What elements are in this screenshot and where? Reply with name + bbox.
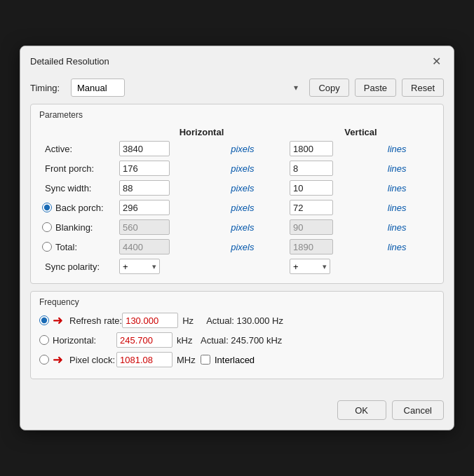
h-sync-polarity-select[interactable]: +- xyxy=(119,259,160,274)
col-label-header xyxy=(39,125,116,139)
frequency-section: Frequency ➜Refresh rate:HzActual: 130.00… xyxy=(30,291,444,379)
interlaced-checkbox[interactable] xyxy=(201,355,210,365)
h-input[interactable] xyxy=(119,200,170,215)
freq-input[interactable] xyxy=(116,332,172,348)
v-unit: lines xyxy=(385,183,407,193)
parameters-title: Parameters xyxy=(39,110,435,120)
param-label: Active: xyxy=(39,139,116,158)
freq-actual: Actual: 130.000 Hz xyxy=(206,315,283,326)
frequency-rows: ➜Refresh rate:HzActual: 130.000 HzHorizo… xyxy=(39,313,435,367)
h-unit: pixels xyxy=(228,183,254,193)
param-row-label: Total: xyxy=(55,242,77,252)
ok-button[interactable]: OK xyxy=(337,400,386,420)
v-unit: lines xyxy=(385,144,407,154)
dialog-footer: OK Cancel xyxy=(20,396,454,430)
v-input[interactable] xyxy=(290,200,333,215)
param-row: Back porch:pixelslines xyxy=(39,198,435,217)
freq-row: Horizontal:kHzActual: 245.700 kHz xyxy=(39,332,435,348)
h-input xyxy=(119,219,170,235)
h-input[interactable] xyxy=(119,180,170,196)
v-sync-polarity-select[interactable]: +- xyxy=(290,259,330,274)
frequency-title: Frequency xyxy=(39,297,435,307)
freq-unit: Hz xyxy=(182,315,206,326)
h-input xyxy=(119,239,170,254)
param-radio[interactable] xyxy=(42,222,52,232)
h-unit: pixels xyxy=(228,163,254,174)
v-input xyxy=(290,219,333,235)
param-label: Sync width: xyxy=(39,178,116,198)
h-input[interactable] xyxy=(119,141,170,156)
freq-row-label: Horizontal: xyxy=(53,335,96,346)
copy-button[interactable]: Copy xyxy=(309,79,348,97)
timing-row: Timing: Manual Auto GTF CVT Copy Paste R… xyxy=(30,79,444,97)
param-row: Sync width:pixelslines xyxy=(39,178,435,198)
timing-select-wrapper: Manual Auto GTF CVT xyxy=(71,79,304,97)
freq-radio[interactable] xyxy=(39,315,49,325)
freq-input[interactable] xyxy=(116,352,172,367)
param-label: Total: xyxy=(39,237,116,257)
close-button[interactable]: ✕ xyxy=(428,53,444,69)
param-row: Active:pixelslines xyxy=(39,139,435,158)
param-label: Back porch: xyxy=(39,198,116,217)
dialog-window: Detailed Resolution ✕ Timing: Manual Aut… xyxy=(20,46,454,430)
param-radio[interactable] xyxy=(42,203,52,212)
freq-row-label: Pixel clock: xyxy=(69,355,115,365)
v-unit: lines xyxy=(385,222,407,233)
arrow-icon: ➜ xyxy=(53,352,63,367)
col-horizontal-header: Horizontal xyxy=(116,125,287,139)
sync-polarity-row: Sync polarity:+-+- xyxy=(39,257,435,276)
parameters-table: Horizontal Vertical Active:pixelslinesFr… xyxy=(39,125,435,276)
param-row-label: Blanking: xyxy=(55,222,93,233)
h-input[interactable] xyxy=(119,161,170,176)
param-row-label: Front porch: xyxy=(42,163,94,174)
v-input[interactable] xyxy=(290,161,333,176)
timing-label: Timing: xyxy=(30,83,65,93)
freq-radio[interactable] xyxy=(39,335,49,345)
arrow-icon: ➜ xyxy=(53,313,63,328)
cancel-button[interactable]: Cancel xyxy=(392,400,444,420)
h-unit: pixels xyxy=(228,222,254,233)
interlaced-row: Interlaced xyxy=(201,355,255,365)
v-unit: lines xyxy=(385,163,407,174)
freq-input[interactable] xyxy=(122,313,178,328)
param-radio[interactable] xyxy=(42,242,52,252)
freq-row: ➜Pixel clock:MHzInterlaced xyxy=(39,352,435,367)
paste-button[interactable]: Paste xyxy=(355,79,396,97)
param-label: Blanking: xyxy=(39,217,116,237)
v-input[interactable] xyxy=(290,141,333,156)
v-unit: lines xyxy=(385,242,407,252)
reset-button[interactable]: Reset xyxy=(402,79,444,97)
freq-row: ➜Refresh rate:HzActual: 130.000 Hz xyxy=(39,313,435,328)
h-unit: pixels xyxy=(228,242,254,252)
freq-unit: MHz xyxy=(177,355,201,365)
param-row: Front porch:pixelslines xyxy=(39,158,435,178)
param-row-label: Active: xyxy=(42,144,72,154)
timing-select[interactable]: Manual Auto GTF CVT xyxy=(71,79,125,97)
v-unit: lines xyxy=(385,203,407,213)
param-label: Front porch: xyxy=(39,158,116,178)
v-input xyxy=(290,239,333,254)
col-vertical-header: Vertical xyxy=(287,125,435,139)
param-row-label: Sync width: xyxy=(42,183,91,193)
param-row-label: Back porch: xyxy=(55,203,104,213)
freq-row-label: Refresh rate: xyxy=(69,315,122,326)
sync-polarity-text: Sync polarity: xyxy=(42,261,100,272)
interlaced-label: Interlaced xyxy=(215,355,255,365)
parameters-section: Parameters Horizontal Vertical Active:pi… xyxy=(30,104,444,284)
param-row: Total:pixelslines xyxy=(39,237,435,257)
h-unit: pixels xyxy=(228,144,254,154)
param-row: Blanking:pixelslines xyxy=(39,217,435,237)
sync-polarity-label: Sync polarity: xyxy=(39,257,116,276)
v-input[interactable] xyxy=(290,180,333,196)
freq-unit: kHz xyxy=(177,335,201,346)
freq-radio[interactable] xyxy=(39,355,49,365)
h-unit: pixels xyxy=(228,203,254,213)
dialog-body: Timing: Manual Auto GTF CVT Copy Paste R… xyxy=(20,74,454,396)
freq-actual: Actual: 245.700 kHz xyxy=(201,335,282,346)
title-bar: Detailed Resolution ✕ xyxy=(20,46,454,74)
dialog-title: Detailed Resolution xyxy=(30,56,109,67)
